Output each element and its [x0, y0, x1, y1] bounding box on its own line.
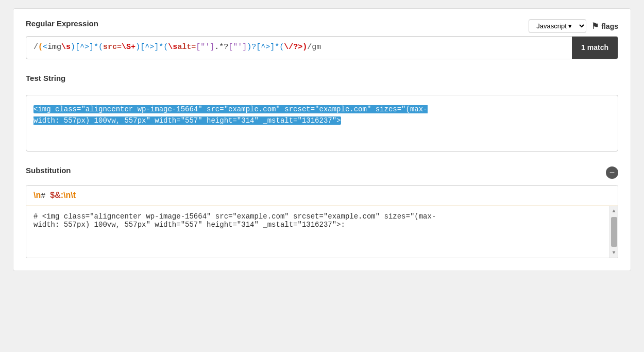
rx-paren-open: ( [38, 43, 43, 52]
result-line2: width: 557px) 100vw, 557px" width="557" … [33, 221, 603, 229]
rx-alt-attr: alt= [177, 43, 196, 52]
rx-bracket2: )[^>]*( [135, 43, 168, 52]
rx-ws: \s [61, 43, 71, 52]
sub-newline2: :\n\t [61, 191, 76, 199]
substitution-section: Substitution − \n# $&:\n\t # <img class=… [26, 166, 618, 258]
scroll-down[interactable]: ▼ [610, 248, 617, 258]
scrollbar[interactable]: ▲ ▼ [609, 206, 618, 258]
regex-header-row: Regular Expression Javascript ▾ Python J… [26, 19, 618, 33]
rx-slash-open: / [33, 43, 38, 52]
rx-nonws: \S+ [122, 43, 135, 52]
regex-bar: /(<img\s)[^>]*(src=\S+)[^>]*(\salt=["'].… [26, 36, 618, 59]
regex-label: Regular Expression [26, 19, 98, 28]
rx-src-attr: src= [103, 43, 122, 52]
rx-bracket1: )[^>]*( [71, 43, 103, 52]
regex-input[interactable]: /(<img\s)[^>]*(src=\S+)[^>]*(\salt=["'].… [26, 37, 572, 59]
header-right: Javascript ▾ Python Java PCRE ⚑ flags [529, 19, 618, 33]
rx-angle-open: < [43, 43, 47, 52]
substitution-label: Substitution [26, 166, 71, 175]
sub-hash: # [41, 192, 50, 200]
substitution-result: # <img class="aligncenter wp-image-15664… [26, 206, 618, 258]
substitution-pattern[interactable]: \n# $&:\n\t [26, 186, 618, 206]
result-line1: # <img class="aligncenter wp-image-15664… [33, 212, 603, 221]
rx-flags: gm [312, 43, 321, 52]
rx-ws2: \s [168, 43, 177, 52]
test-string-box[interactable]: <img class="aligncenter wp-image-15664" … [26, 95, 618, 152]
sub-ref: $& [50, 191, 60, 199]
rx-slash-close: / [307, 43, 312, 52]
rx-close: \/?>) [284, 43, 307, 52]
test-string-label: Test String [26, 74, 618, 82]
rx-img: img [47, 43, 61, 52]
main-container: Regular Expression Javascript ▾ Python J… [13, 8, 631, 271]
test-string-match: <img class="aligncenter wp-image-15664" … [33, 105, 428, 125]
flags-label: flags [601, 22, 618, 30]
flag-icon: ⚑ [591, 21, 599, 31]
match-badge: 1 match [572, 37, 618, 59]
substitution-boxes: \n# $&:\n\t # <img class="aligncenter wp… [26, 185, 618, 258]
rx-any: .*? [214, 43, 228, 52]
test-string-section: Test String <img class="aligncenter wp-i… [26, 74, 618, 152]
rx-quote1: ["'] [196, 43, 214, 52]
minus-button[interactable]: − [606, 166, 618, 179]
language-select[interactable]: Javascript ▾ Python Java PCRE [529, 19, 586, 33]
flags-button[interactable]: ⚑ flags [591, 21, 618, 31]
rx-bracket3: )?[^>]*( [247, 43, 284, 52]
substitution-header: Substitution − [26, 166, 618, 180]
scrollbar-thumb[interactable] [611, 217, 617, 247]
minus-icon: − [609, 168, 615, 177]
rx-quote2: ["'] [228, 43, 247, 52]
scroll-up[interactable]: ▲ [610, 206, 617, 216]
sub-newline1: \n [33, 191, 41, 199]
